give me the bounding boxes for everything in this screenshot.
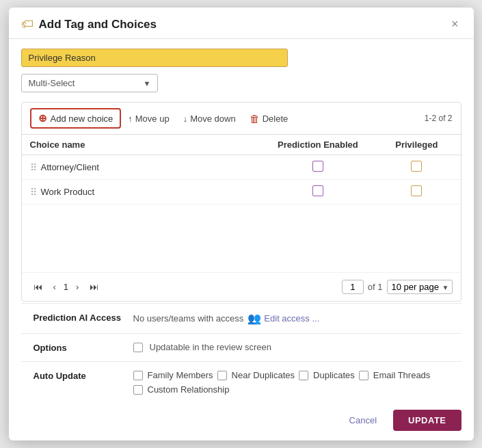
empty-row: [22, 205, 461, 273]
updatable-label: Updatable in the review screen: [150, 342, 272, 352]
row2-prediction-cell: [263, 180, 373, 205]
move-up-button[interactable]: ↑ Move up: [121, 111, 176, 127]
update-button[interactable]: UPDATE: [393, 410, 461, 431]
prediction-ai-label: Prediction AI Access: [34, 312, 122, 323]
page-right-group: of 1 10 per page 25 per page 50 per page…: [342, 280, 453, 294]
row2-name: Work Product: [41, 187, 95, 197]
users-icon: 👥: [247, 312, 261, 325]
edit-access-link[interactable]: 👥 Edit access ...: [247, 312, 319, 325]
row2-name-cell: ⠿ Work Product: [22, 180, 263, 205]
page-input[interactable]: [342, 280, 364, 294]
custom-relationship-checkbox[interactable]: [133, 385, 143, 395]
modal-footer: Cancel UPDATE: [9, 401, 474, 440]
near-duplicates-label: Near Duplicates: [232, 370, 295, 380]
no-access-text: No users/teams with access: [133, 313, 244, 324]
auto-update-item-dup: Duplicates: [299, 370, 355, 380]
auto-update-item-custom: Custom Relationship: [133, 384, 230, 395]
options-label: Options: [34, 342, 122, 353]
duplicates-checkbox[interactable]: [299, 371, 308, 380]
auto-update-label: Auto Update: [34, 370, 122, 381]
row1-name-cell: ⠿ Attorney/Client: [22, 155, 263, 180]
drag-handle-icon[interactable]: ⠿: [30, 187, 37, 198]
row2-privileged-checkbox[interactable]: [411, 185, 422, 196]
custom-relationship-label: Custom Relationship: [148, 384, 230, 395]
email-threads-label: Email Threads: [373, 370, 431, 380]
auto-update-group2: Custom Relationship: [133, 384, 230, 395]
down-arrow-icon: ↓: [183, 114, 188, 124]
count-label: 1-2 of 2: [425, 114, 453, 123]
drag-handle-icon[interactable]: ⠿: [30, 162, 37, 173]
row1-name: Attorney/Client: [41, 162, 99, 172]
prediction-ai-access-section: Prediction AI Access No users/teams with…: [21, 305, 461, 332]
tag-name-input[interactable]: [21, 49, 288, 67]
last-page-button[interactable]: ⏭: [86, 280, 102, 293]
divider3: [21, 361, 461, 362]
add-new-choice-button[interactable]: ⊕ Add new choice: [30, 108, 122, 129]
type-select[interactable]: Multi-Select Single-Select Free Text: [21, 74, 158, 92]
per-page-select[interactable]: 10 per page 25 per page 50 per page: [387, 280, 453, 294]
row2-prediction-checkbox[interactable]: [312, 185, 323, 196]
choices-table: Choice name Prediction Enabled Privilege…: [22, 135, 461, 273]
divider2: [21, 333, 461, 334]
email-threads-checkbox[interactable]: [359, 371, 369, 380]
pagination-row: ⏮ ‹ 1 › ⏭ of 1 10 per page 25 per page 5…: [22, 273, 461, 301]
tag-icon: 🏷: [21, 17, 34, 31]
auto-update-item-family: Family Members: [133, 370, 213, 380]
col-choice-name: Choice name: [22, 135, 263, 155]
modal-title: Add Tag and Choices: [39, 18, 157, 31]
auto-update-item-email: Email Threads: [359, 370, 431, 380]
title-group: 🏷 Add Tag and Choices: [21, 17, 157, 31]
add-choice-label: Add new choice: [51, 114, 113, 124]
table-row: ⠿ Attorney/Client: [22, 155, 461, 180]
divider: [21, 303, 461, 304]
edit-access-label: Edit access ...: [264, 313, 319, 324]
cancel-button[interactable]: Cancel: [343, 411, 384, 430]
type-select-wrapper: Multi-Select Single-Select Free Text ▼: [21, 74, 158, 92]
options-section: Options Updatable in the review screen: [21, 335, 461, 360]
choices-section: ⊕ Add new choice ↑ Move up ↓ Move down 🗑…: [21, 102, 461, 302]
first-page-button[interactable]: ⏮: [30, 280, 46, 293]
auto-update-item-near-dup: Near Duplicates: [217, 370, 295, 380]
trash-icon: 🗑: [250, 113, 260, 124]
options-content: Updatable in the review screen: [133, 342, 272, 352]
auto-update-content: Family Members Near Duplicates Duplicate…: [133, 370, 449, 395]
table-header-row: Choice name Prediction Enabled Privilege…: [22, 135, 461, 155]
row1-prediction-checkbox[interactable]: [312, 161, 323, 172]
near-duplicates-checkbox[interactable]: [217, 371, 227, 380]
col-prediction-enabled: Prediction Enabled: [263, 135, 373, 155]
row1-privileged-checkbox[interactable]: [411, 161, 422, 172]
auto-update-group: Family Members Near Duplicates Duplicate…: [133, 370, 431, 380]
modal-body: Multi-Select Single-Select Free Text ▼ ⊕…: [9, 39, 474, 401]
next-page-button[interactable]: ›: [72, 280, 82, 293]
prediction-ai-content: No users/teams with access 👥 Edit access…: [133, 312, 320, 325]
auto-update-section: Auto Update Family Members Near Duplicat…: [21, 363, 461, 401]
per-page-wrapper: 10 per page 25 per page 50 per page ▼: [387, 280, 453, 294]
table-row: ⠿ Work Product: [22, 180, 461, 205]
modal-header: 🏷 Add Tag and Choices ×: [9, 8, 474, 39]
choices-toolbar: ⊕ Add new choice ↑ Move up ↓ Move down 🗑…: [22, 103, 461, 135]
row2-privileged-cell: [373, 180, 460, 205]
modal-dialog: 🏷 Add Tag and Choices × Multi-Select Sin…: [9, 8, 474, 440]
up-arrow-icon: ↑: [128, 114, 133, 124]
row1-prediction-cell: [263, 155, 373, 180]
plus-icon: ⊕: [38, 112, 47, 124]
prev-page-button[interactable]: ‹: [50, 280, 59, 293]
row1-privileged-cell: [373, 155, 460, 180]
page-of-text: of 1: [368, 282, 383, 292]
type-select-row: Multi-Select Single-Select Free Text ▼: [21, 74, 461, 92]
family-members-label: Family Members: [148, 370, 213, 380]
duplicates-label: Duplicates: [313, 370, 355, 380]
family-members-checkbox[interactable]: [133, 371, 143, 380]
close-button[interactable]: ×: [448, 17, 461, 31]
col-privileged: Privileged: [373, 135, 460, 155]
updatable-checkbox[interactable]: [133, 343, 143, 352]
page-number: 1: [64, 282, 68, 292]
move-down-button[interactable]: ↓ Move down: [176, 111, 243, 127]
delete-button[interactable]: 🗑 Delete: [243, 110, 295, 127]
